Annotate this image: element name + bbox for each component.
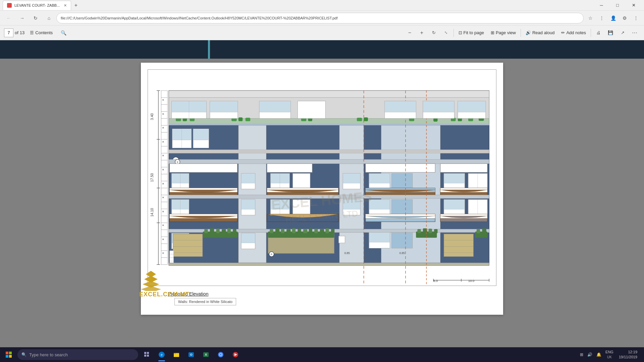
pdf-content-area: EXCEL.COM.MT 3.40 17.50 14.10	[0, 40, 644, 347]
taskbar-chrome-button[interactable]	[213, 347, 228, 362]
task-view-button[interactable]	[140, 347, 154, 362]
svg-rect-108	[343, 173, 360, 183]
taskbar-excel-button[interactable]: X	[199, 347, 213, 362]
svg-rect-104	[293, 173, 310, 189]
add-notes-icon: ✏	[561, 30, 565, 35]
page-navigation: 7 of 13	[4, 28, 24, 37]
profile-button[interactable]: 👤	[608, 13, 619, 23]
svg-rect-87	[169, 160, 489, 164]
svg-rect-63	[357, 118, 362, 121]
chrome-icon	[217, 351, 224, 358]
pdf-tab-icon	[7, 3, 12, 8]
fit-icon: ⊡	[459, 30, 462, 35]
tab-close-button[interactable]: ✕	[64, 3, 67, 8]
speaker-icon[interactable]: 🔊	[586, 352, 594, 357]
svg-rect-60	[246, 118, 251, 121]
nav-bar: ← → ↻ ⌂ file:///C:/Users/Godwin%20Darman…	[0, 11, 644, 25]
favorites-button[interactable]: ☆	[585, 13, 596, 23]
svg-rect-165	[275, 228, 279, 233]
browser-tab[interactable]: LEVANTE COURT- ZABB... ✕	[3, 1, 71, 10]
svg-rect-188	[434, 229, 437, 233]
more-tools-button[interactable]: ⋯	[629, 27, 640, 38]
fit-width-button[interactable]: ⤡	[441, 27, 451, 38]
building-elevation-drawing: 3.40 17.50 14.10	[148, 69, 496, 286]
excel-logo: EXCEL.COM.MT	[139, 269, 213, 298]
network-icon[interactable]: ⊞	[579, 352, 585, 357]
zoom-out-button[interactable]: −	[405, 27, 415, 38]
pdf-search-button[interactable]: 🔍	[58, 27, 69, 38]
save-button[interactable]: 💾	[605, 27, 616, 38]
collections-button[interactable]: ⋮	[596, 13, 607, 23]
close-button[interactable]: ✕	[626, 0, 641, 11]
tab-area: LEVANTE COURT- ZABB... ✕ +	[3, 0, 80, 10]
home-button[interactable]: ⌂	[43, 12, 55, 24]
svg-rect-195	[482, 228, 486, 233]
taskbar-outlook-button[interactable]: O	[184, 347, 199, 362]
extensions-button[interactable]: ⚙	[619, 13, 630, 23]
fit-to-page-button[interactable]: ⊡ Fit to page	[456, 27, 487, 38]
svg-rect-166	[281, 229, 284, 233]
clock-date: 19/11/2019	[619, 355, 637, 360]
address-bar[interactable]: file:///C:/Users/Godwin%20Darmanin/AppDa…	[56, 13, 584, 23]
share-button[interactable]: ↗	[617, 27, 628, 38]
add-notes-button[interactable]: ✏ Add notes	[558, 27, 589, 38]
back-button[interactable]: ←	[3, 12, 15, 24]
svg-text:✕: ✕	[162, 140, 164, 143]
svg-rect-167	[286, 229, 290, 233]
svg-rect-196	[169, 263, 489, 265]
svg-rect-237	[174, 354, 179, 357]
svg-rect-158	[216, 229, 219, 233]
media-icon	[232, 351, 239, 358]
rotate-button[interactable]: ↻	[429, 27, 439, 38]
svg-text:②: ②	[270, 253, 272, 256]
svg-text:✕: ✕	[162, 98, 164, 102]
menu-button[interactable]: ⋮	[631, 13, 641, 23]
svg-text:✕: ✕	[162, 168, 164, 171]
svg-rect-173	[320, 229, 324, 233]
page-view-button[interactable]: ⊞ Page view	[488, 27, 519, 38]
zoom-in-button[interactable]: +	[417, 27, 427, 38]
svg-rect-210	[210, 101, 238, 112]
svg-rect-168	[292, 228, 296, 233]
svg-rect-219	[458, 101, 486, 112]
new-tab-button[interactable]: +	[71, 1, 80, 10]
page-view-icon: ⊞	[491, 30, 494, 35]
notification-icon[interactable]: 🔔	[595, 352, 603, 357]
page-number-input[interactable]: 7	[4, 28, 13, 37]
excel-app-icon: X	[203, 351, 209, 358]
svg-rect-52	[169, 90, 489, 98]
svg-text:✕: ✕	[162, 182, 164, 185]
taskbar-edge-button[interactable]: e	[154, 347, 169, 362]
language-indicator[interactable]: ENG UK	[604, 350, 615, 359]
system-clock[interactable]: 12:19 19/11/2019	[616, 350, 640, 360]
caption-box: Walls: Rendered in White Silicato	[174, 298, 236, 305]
read-aloud-label: Read aloud	[532, 30, 555, 35]
taskbar-explorer-button[interactable]	[169, 347, 184, 362]
taskbar-system-tray: ⊞ 🔊 🔔 ENG UK 12:19 19/11/2019	[579, 350, 643, 360]
refresh-button[interactable]: ↻	[30, 12, 42, 24]
nav-actions: ☆ ⋮ 👤 ⚙ ⋮	[585, 13, 641, 23]
minimize-button[interactable]: ─	[594, 0, 609, 11]
forward-button[interactable]: →	[16, 12, 28, 24]
read-aloud-button[interactable]: 🔊 Read aloud	[523, 27, 557, 38]
taskbar: 🔍 Type here to search e	[0, 347, 644, 362]
svg-text:O: O	[190, 353, 192, 356]
svg-text:✕: ✕	[162, 210, 164, 213]
taskbar-search-bar[interactable]: 🔍 Type here to search	[17, 349, 138, 360]
svg-rect-115	[444, 173, 465, 183]
svg-text:10.0: 10.0	[468, 279, 474, 283]
maximize-button[interactable]: □	[610, 0, 625, 11]
svg-rect-226	[6, 352, 8, 354]
print-button[interactable]: 🖨	[593, 27, 604, 38]
start-button[interactable]	[1, 347, 16, 362]
svg-rect-182	[369, 233, 390, 242]
svg-rect-59	[238, 117, 243, 121]
taskbar-media-button[interactable]	[228, 347, 243, 362]
edge-icon: e	[158, 351, 165, 358]
outlook-icon: O	[188, 351, 195, 358]
svg-text:✕: ✕	[162, 251, 164, 255]
contents-button[interactable]: ☰ Contents	[27, 29, 55, 37]
svg-rect-183	[392, 233, 413, 248]
svg-rect-231	[147, 352, 149, 354]
windows-logo-icon	[6, 352, 12, 358]
